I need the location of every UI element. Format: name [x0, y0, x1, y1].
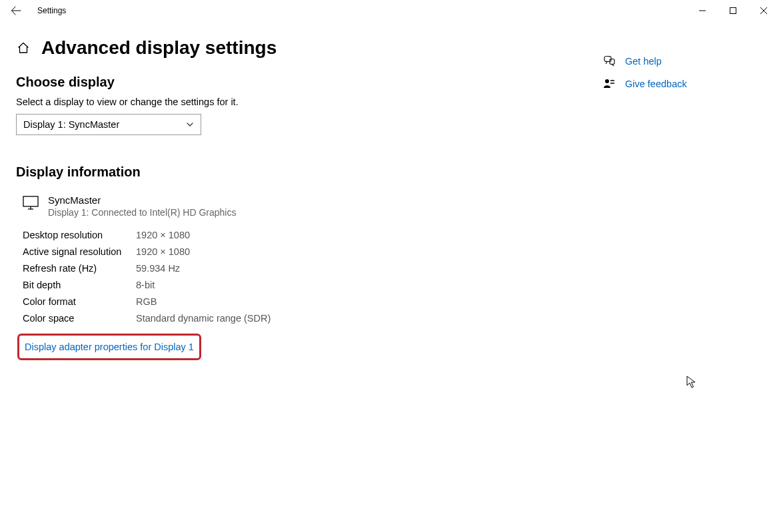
- window-title: Settings: [37, 6, 66, 15]
- prop-desktop-resolution: Desktop resolution1920 × 1080: [23, 227, 569, 244]
- display-adapter-link[interactable]: Display adapter properties for Display 1: [25, 342, 194, 352]
- title-bar: Settings: [0, 0, 779, 21]
- display-select[interactable]: Display 1: SyncMaster: [16, 114, 201, 135]
- display-connection: Display 1: Connected to Intel(R) HD Grap…: [48, 207, 236, 218]
- arrow-left-icon: [11, 5, 21, 16]
- close-icon: [760, 7, 767, 14]
- home-button[interactable]: [16, 41, 31, 55]
- chevron-down-icon: [186, 121, 194, 129]
- display-name: SyncMaster: [48, 194, 236, 206]
- display-properties: Desktop resolution1920 × 1080 Active sig…: [23, 227, 569, 327]
- cursor-icon: [686, 376, 697, 389]
- page-title: Advanced display settings: [41, 37, 277, 59]
- close-button[interactable]: [748, 0, 779, 21]
- choose-display-heading: Choose display: [16, 75, 569, 90]
- prop-active-signal-resolution: Active signal resolution1920 × 1080: [23, 244, 569, 260]
- back-button[interactable]: [0, 0, 32, 21]
- help-icon: [602, 55, 616, 68]
- display-select-value: Display 1: SyncMaster: [23, 119, 119, 130]
- monitor-icon: [23, 196, 39, 213]
- feedback-icon: [602, 77, 616, 91]
- give-feedback-link[interactable]: Give feedback: [625, 79, 687, 89]
- svg-rect-0: [730, 8, 736, 14]
- minimize-button[interactable]: [687, 0, 718, 21]
- prop-refresh-rate: Refresh rate (Hz)59.934 Hz: [23, 260, 569, 277]
- choose-display-desc: Select a display to view or change the s…: [16, 97, 569, 107]
- svg-point-2: [605, 79, 609, 83]
- home-icon: [17, 41, 30, 55]
- svg-rect-1: [23, 196, 38, 206]
- minimize-icon: [699, 7, 706, 14]
- highlight-box: Display adapter properties for Display 1: [17, 334, 201, 360]
- maximize-icon: [730, 7, 736, 14]
- prop-bit-depth: Bit depth8-bit: [23, 277, 569, 294]
- prop-color-space: Color spaceStandard dynamic range (SDR): [23, 310, 569, 327]
- display-info-heading: Display information: [16, 164, 569, 180]
- prop-color-format: Color formatRGB: [23, 294, 569, 310]
- maximize-button[interactable]: [718, 0, 748, 21]
- get-help-link[interactable]: Get help: [625, 56, 662, 67]
